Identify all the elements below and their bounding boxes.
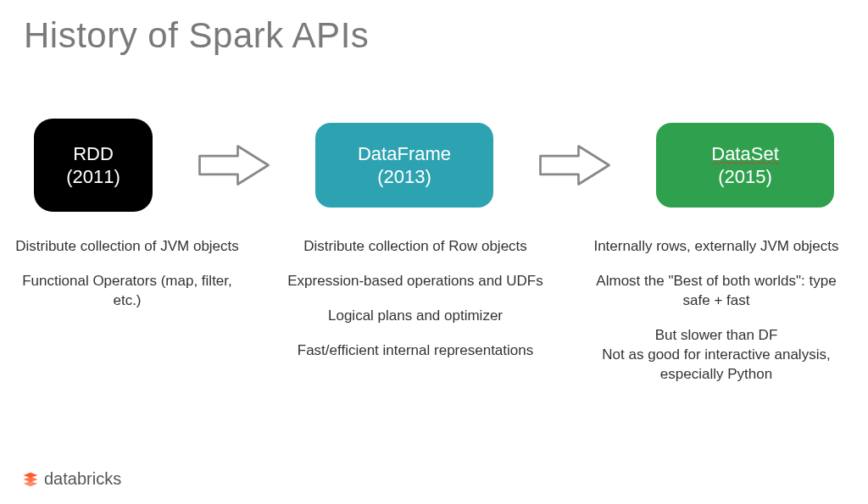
detail-text: Logical plans and optimizer [328, 307, 503, 326]
detail-text: But slower than DFNot as good for intera… [588, 326, 844, 385]
node-dataframe-name: DataFrame [358, 142, 451, 166]
page-title: History of Spark APIs [24, 15, 369, 56]
arrow-icon [196, 140, 272, 191]
node-rdd-year: (2011) [66, 165, 120, 189]
node-dataframe-year: (2013) [377, 165, 431, 189]
details-rdd: Distribute collection of JVM objects Fun… [0, 237, 254, 385]
node-rdd-name: RDD [73, 142, 114, 166]
brand-name: databricks [44, 469, 121, 489]
arrow-icon [537, 140, 613, 191]
detail-text: Internally rows, externally JVM objects [593, 237, 838, 257]
node-dataframe: DataFrame (2013) [315, 123, 493, 208]
details-row: Distribute collection of JVM objects Fun… [0, 237, 868, 385]
brand-logo: databricks [22, 469, 121, 489]
details-dataframe: Distribute collection of Row objects Exp… [254, 237, 576, 385]
detail-text: Fast/efficient internal representations [298, 341, 533, 361]
timeline-row: RDD (2011) DataFrame (2013) DataSet (201… [34, 119, 834, 212]
detail-text: Distribute collection of Row objects [303, 237, 527, 257]
databricks-icon [22, 471, 39, 488]
detail-text: Almost the "Best of both worlds": type s… [588, 272, 844, 311]
node-rdd: RDD (2011) [34, 119, 153, 212]
node-dataset-year: (2015) [718, 165, 772, 189]
detail-text: Expression-based operations and UDFs [287, 272, 542, 291]
detail-text: Distribute collection of JVM objects [15, 237, 239, 257]
node-dataset-name: DataSet [711, 142, 779, 166]
detail-text: Functional Operators (map, filter, etc.) [12, 272, 242, 311]
node-dataset: DataSet (2015) [656, 123, 834, 208]
details-dataset: Internally rows, externally JVM objects … [576, 237, 856, 385]
